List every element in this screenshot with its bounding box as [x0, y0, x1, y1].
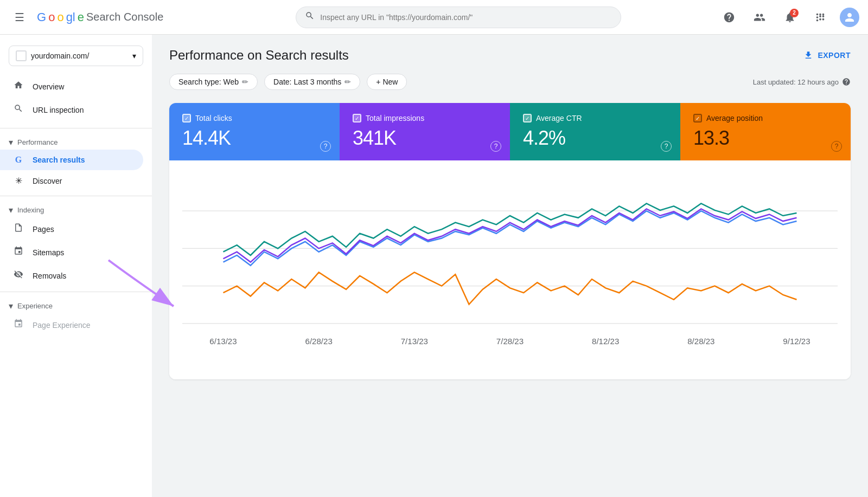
main-content: Performance on Search results EXPORT Sea… — [152, 35, 868, 497]
logo-app-name: Search Console — [86, 11, 163, 23]
home-icon — [13, 80, 24, 93]
avatar[interactable] — [840, 8, 859, 27]
sidebar-item-removals[interactable]: Removals — [0, 264, 143, 287]
nav-divider-3 — [0, 292, 152, 292]
filter-label: Search type: Web — [178, 78, 239, 86]
svg-text:6/28/23: 6/28/23 — [305, 337, 333, 346]
sidebar-item-search-results[interactable]: G Search results — [0, 150, 143, 170]
sidebar-item-pages[interactable]: Pages — [0, 217, 143, 241]
metric-card-average-position[interactable]: ✓ Average position 13.3 ? — [680, 103, 851, 160]
help-icon[interactable]: ? — [320, 141, 331, 152]
chevron-down-icon: ▾ — [9, 205, 13, 215]
metric-value: 13.3 — [693, 127, 838, 150]
sidebar-item-label: Sitemaps — [33, 248, 64, 257]
pages-icon — [13, 223, 24, 235]
sidebar-item-overview[interactable]: Overview — [0, 75, 143, 98]
sitemaps-icon — [13, 246, 24, 259]
sidebar-item-sitemaps[interactable]: Sitemaps — [0, 241, 143, 264]
menu-button[interactable]: ☰ — [9, 7, 30, 28]
logo-o1: o — [48, 10, 55, 24]
chevron-down-icon: ▾ — [9, 301, 13, 311]
sidebar-item-label: Overview — [33, 82, 64, 91]
logo-o2: o — [57, 10, 63, 24]
search-input[interactable] — [320, 13, 612, 22]
sidebar-item-label: Page Experience — [33, 321, 91, 330]
performance-section-header[interactable]: ▾ Performance — [0, 133, 152, 150]
domain-icon — [16, 50, 27, 61]
accounts-button[interactable] — [749, 7, 770, 28]
google-g-icon: G — [13, 155, 24, 165]
metric-card-total-clicks[interactable]: ✓ Total clicks 14.4K ? — [169, 103, 340, 160]
sidebar-item-page-experience[interactable]: Page Experience — [0, 313, 143, 337]
sidebar-item-url-inspection[interactable]: URL inspection — [0, 98, 143, 121]
performance-label: Performance — [17, 138, 58, 146]
metric-label: ✓ Total impressions — [353, 114, 497, 122]
chevron-down-icon: ▾ — [132, 51, 136, 60]
filters-bar: Search type: Web ✏ Date: Last 3 months ✏… — [169, 74, 851, 90]
new-filter-button[interactable]: + New — [367, 74, 407, 90]
edit-icon: ✏ — [344, 78, 351, 86]
page-header: Performance on Search results EXPORT — [169, 48, 851, 63]
logo-g: G — [37, 10, 46, 24]
metric-value: 4.2% — [523, 127, 667, 150]
sidebar-item-label: Discover — [33, 177, 62, 185]
sidebar-item-label: Search results — [33, 156, 85, 164]
indexing-label: Indexing — [17, 206, 44, 214]
metric-checkbox: ✓ — [353, 114, 361, 122]
date-filter[interactable]: Date: Last 3 months ✏ — [264, 74, 360, 90]
app-logo: Google Search Console — [37, 10, 163, 24]
sidebar-item-label: URL inspection — [33, 106, 84, 114]
page-experience-icon — [13, 319, 24, 331]
metric-value: 341K — [353, 127, 497, 150]
metric-name: Average CTR — [536, 114, 582, 122]
last-updated: Last updated: 12 hours ago — [753, 78, 851, 86]
search-icon — [13, 104, 24, 116]
chart-area: 6/13/23 6/28/23 7/13/23 7/28/23 8/12/23 … — [169, 160, 851, 379]
notifications-button[interactable]: 2 — [779, 7, 801, 28]
export-button[interactable]: EXPORT — [803, 50, 851, 60]
header-left: ☰ Google Search Console — [9, 7, 247, 28]
metric-name: Total impressions — [366, 114, 424, 122]
indexing-section-header[interactable]: ▾ Indexing — [0, 201, 152, 217]
domain-label: yourdomain.com/ — [31, 51, 89, 60]
help-icon[interactable]: ? — [490, 141, 501, 152]
svg-text:8/28/23: 8/28/23 — [687, 337, 714, 346]
nav-divider-2 — [0, 196, 152, 196]
performance-chart: 6/13/23 6/28/23 7/13/23 7/28/23 8/12/23 … — [182, 173, 838, 364]
metric-checkbox: ✓ — [182, 114, 191, 122]
last-updated-text: Last updated: 12 hours ago — [753, 78, 839, 86]
metric-label: ✓ Average position — [693, 114, 838, 122]
page-title: Performance on Search results — [169, 48, 349, 63]
apps-button[interactable] — [809, 7, 831, 28]
domain-selector[interactable]: yourdomain.com/ ▾ — [9, 46, 143, 66]
metrics-section: ✓ Total clicks 14.4K ? ✓ Total impressio… — [169, 103, 851, 379]
help-icon[interactable]: ? — [831, 141, 842, 152]
chevron-down-icon: ▾ — [9, 137, 13, 147]
metric-label: ✓ Total clicks — [182, 114, 327, 122]
svg-text:8/12/23: 8/12/23 — [592, 337, 619, 346]
new-filter-label: + New — [376, 78, 398, 86]
metric-card-total-impressions[interactable]: ✓ Total impressions 341K ? — [340, 103, 510, 160]
logo-gl: gl — [66, 10, 75, 24]
nav-divider-1 — [0, 128, 152, 128]
svg-text:7/28/23: 7/28/23 — [496, 337, 524, 346]
experience-section-header[interactable]: ▾ Experience — [0, 296, 152, 313]
sidebar-item-discover[interactable]: ✳ Discover — [0, 170, 143, 191]
filter-label: Date: Last 3 months — [273, 78, 341, 86]
notification-badge: 2 — [790, 9, 799, 17]
metric-value: 14.4K — [182, 127, 327, 150]
metric-card-average-ctr[interactable]: ✓ Average CTR 4.2% ? — [510, 103, 680, 160]
url-inspection-search[interactable] — [296, 7, 621, 28]
sidebar-item-label: Pages — [33, 225, 54, 234]
sidebar: yourdomain.com/ ▾ Overview URL inspectio… — [0, 35, 152, 497]
search-icon — [305, 11, 315, 23]
experience-label: Experience — [17, 302, 53, 310]
metric-label: ✓ Average CTR — [523, 114, 667, 122]
metric-name: Average position — [706, 114, 763, 122]
nav-section-main: Overview URL inspection — [0, 73, 152, 124]
help-icon[interactable]: ? — [661, 141, 672, 152]
search-type-filter[interactable]: Search type: Web ✏ — [169, 74, 258, 90]
discover-icon: ✳ — [13, 176, 24, 186]
help-button[interactable] — [718, 7, 740, 28]
svg-text:6/13/23: 6/13/23 — [209, 337, 237, 346]
